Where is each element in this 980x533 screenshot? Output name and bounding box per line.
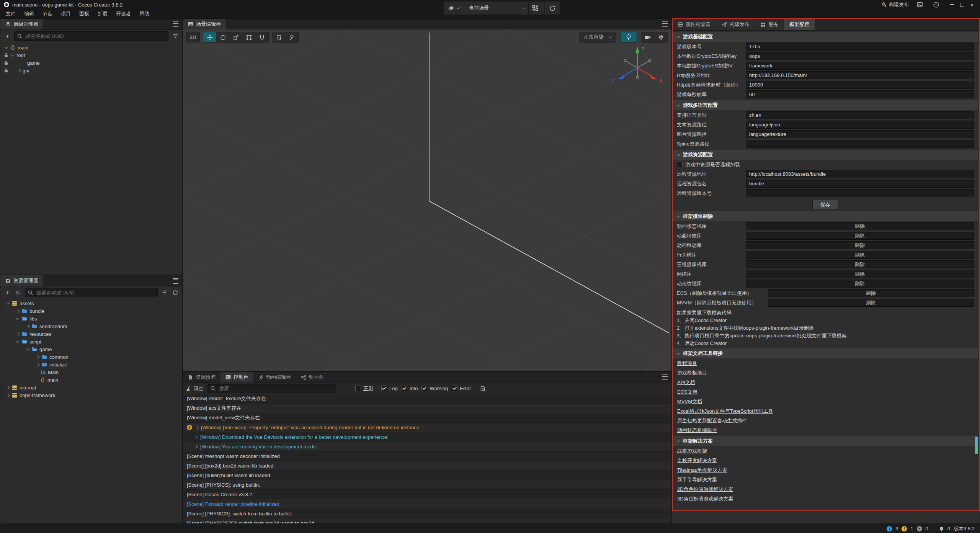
clear-console-button[interactable]: 清空 [186, 385, 204, 392]
asset-node-assets[interactable]: assets [0, 299, 182, 307]
hierarchy-filter-icon[interactable] [172, 32, 179, 40]
asset-node-oops-framework[interactable]: oops-framework [0, 391, 182, 399]
scene-camera-button[interactable] [641, 32, 654, 42]
axis-gizmo[interactable]: Y X Z [609, 43, 666, 93]
tab-scene-editor[interactable]: 场景编辑器 [183, 19, 226, 29]
console-search-input[interactable] [218, 385, 333, 392]
remote-res-url-input[interactable] [746, 170, 974, 178]
asset-node-main-ts[interactable]: TS Main [0, 368, 182, 376]
menu-edit[interactable]: 编辑 [20, 9, 38, 18]
menu-file[interactable]: 文件 [2, 9, 20, 18]
menu-project[interactable]: 项目 [57, 9, 75, 18]
render-mode-dropdown[interactable]: 正常渲染 [579, 32, 616, 43]
tree-node-main[interactable]: main [0, 44, 182, 51]
scene-select-dropdown[interactable]: 当前场景 [464, 2, 531, 15]
transform-tool-button[interactable] [255, 32, 268, 42]
http-timeout-input[interactable] [746, 81, 974, 89]
scene-menu-icon[interactable] [662, 21, 668, 27]
fps-input[interactable] [746, 90, 974, 98]
tab-hierarchy[interactable]: 层级管理器 [0, 19, 43, 29]
section-solutions[interactable]: 框架解决方案 [673, 436, 978, 446]
log-row[interactable]: [Window] Download the Vue Devtools exten… [183, 432, 671, 442]
remote-load-checkbox[interactable] [677, 162, 683, 167]
remove-module-button[interactable]: 剔除 [746, 251, 974, 259]
console-menu-icon[interactable] [662, 374, 668, 380]
link-3d-rpg-solution[interactable]: 3D角色扮演游戏解决方案 [677, 495, 733, 502]
section-multi-language[interactable]: 游戏多语言配置 [673, 100, 978, 110]
asset-node-seedrandom[interactable]: seedrandom [0, 322, 182, 330]
link-tiledmap-solution[interactable]: Tiledmap地图解决方案 [677, 467, 727, 474]
link-fullstack-solution[interactable]: 全栈开发解决方案 [677, 457, 717, 464]
tree-node-game[interactable]: game [0, 59, 182, 67]
remove-module-button[interactable]: 剔除 [746, 280, 974, 288]
regex-checkbox[interactable]: 正则 [355, 385, 373, 392]
preview-target-dropdown[interactable] [444, 2, 464, 15]
link-guide-solution[interactable]: 新手引导解决方案 [677, 476, 717, 483]
open-log-file-icon[interactable] [479, 385, 487, 392]
tab-animation-editor[interactable]: 动画编辑器 [253, 372, 296, 383]
spine-res-path-input[interactable] [746, 140, 974, 148]
asset-node-internal[interactable]: internal [0, 384, 182, 391]
remove-module-button[interactable]: 剔除 [746, 241, 974, 249]
close-button[interactable]: × [967, 0, 977, 9]
add-node-button[interactable]: ＋ [3, 32, 11, 40]
asset-node-libs[interactable]: libs [0, 315, 182, 322]
link-ecs-docs[interactable]: ECS文档 [677, 389, 697, 396]
tree-node-gui[interactable]: gui [0, 67, 182, 74]
remove-module-button[interactable]: 剔除 [746, 260, 974, 268]
assets-search-input[interactable] [35, 289, 155, 296]
minimize-button[interactable] [947, 0, 957, 9]
tab-framework-config[interactable]: 框架配置 [784, 19, 815, 30]
inspector-scrollbar-thumb[interactable] [975, 437, 978, 454]
assets-search[interactable] [25, 288, 158, 297]
asset-node-bundle[interactable]: bundle [0, 307, 182, 315]
hierarchy-menu-icon[interactable] [173, 21, 178, 27]
assets-filter-icon[interactable] [161, 289, 168, 296]
section-doc-links[interactable]: 框架文档工具链接 [673, 348, 978, 358]
link-mvvm-docs[interactable]: MVVM文档 [677, 398, 702, 405]
log-row[interactable]: [Scene] [PHYSICS]: using builtin. [183, 480, 671, 490]
tab-assets[interactable]: 资源管理器 [0, 275, 43, 286]
scene-viewport[interactable]: 3D [183, 29, 671, 371]
add-asset-button[interactable]: ＋ [3, 289, 11, 296]
mode-3d-button[interactable]: 3D [186, 32, 200, 43]
log-row[interactable]: [Window] model_view文件夹存在 [183, 413, 671, 423]
remote-res-version-input[interactable] [746, 189, 974, 197]
remove-module-button[interactable]: 剔除 [746, 222, 974, 230]
tab-property-inspector[interactable]: 属性检查器 [672, 19, 716, 30]
link-hotupdate-plugin[interactable]: 原生包热更新配置自动生成插件 [677, 417, 747, 424]
link-api-docs[interactable]: API文档 [677, 379, 695, 386]
menu-node[interactable]: 节点 [38, 9, 57, 18]
log-row[interactable]: [Scene] [box2d]:box2d wasm lib loaded. [183, 461, 671, 471]
log-row[interactable]: [Scene] [bullet]:bullet wasm lib loaded. [183, 471, 671, 480]
expand-chevron-icon[interactable] [195, 425, 199, 429]
tree-node-root[interactable]: root [0, 51, 182, 59]
refresh-icon[interactable] [172, 289, 179, 296]
asset-node-initialize[interactable]: initialize [0, 361, 182, 368]
log-row[interactable]: [Scene] Forward render pipeline initiali… [183, 499, 671, 509]
section-game-resource[interactable]: 游戏资源配置 [673, 150, 978, 160]
filter-error-checkbox[interactable]: Error [452, 386, 471, 391]
error-status-icon[interactable]: × [917, 526, 922, 531]
lighting-toggle-button[interactable] [620, 32, 637, 43]
menu-panel[interactable]: 面板 [75, 9, 93, 18]
expand-chevron-icon[interactable] [194, 435, 198, 439]
asset-node-main-scene[interactable]: main [0, 376, 182, 384]
asset-node-resources[interactable]: resources [0, 330, 182, 338]
console-search[interactable] [207, 384, 336, 393]
scene-settings-button[interactable] [654, 32, 667, 42]
log-row[interactable]: [Scene] [PHYSICS]: switch from builtin t… [183, 509, 671, 518]
filter-log-checkbox[interactable]: Log [381, 386, 398, 391]
link-animator-editor[interactable]: 动画状态机编辑器 [677, 427, 717, 434]
log-row[interactable]: [Window] render_texture文件夹存在 [183, 394, 671, 404]
section-game-basic[interactable]: 游戏基础配置 [673, 32, 978, 42]
language-types-input[interactable] [746, 111, 974, 119]
remove-module-button[interactable]: 剔除 [746, 232, 974, 240]
build-publish-button[interactable]: 构建发布 [881, 1, 909, 8]
menu-developer[interactable]: 开发者 [112, 9, 135, 18]
scale-tool-button[interactable] [229, 32, 242, 42]
filter-info-checkbox[interactable]: Info [402, 386, 418, 391]
remove-module-button[interactable]: 剔除 [768, 299, 974, 307]
remote-bundle-name-input[interactable] [746, 180, 974, 188]
log-row[interactable]: [Scene] Cocos Creator v3.8.2 [183, 490, 671, 499]
